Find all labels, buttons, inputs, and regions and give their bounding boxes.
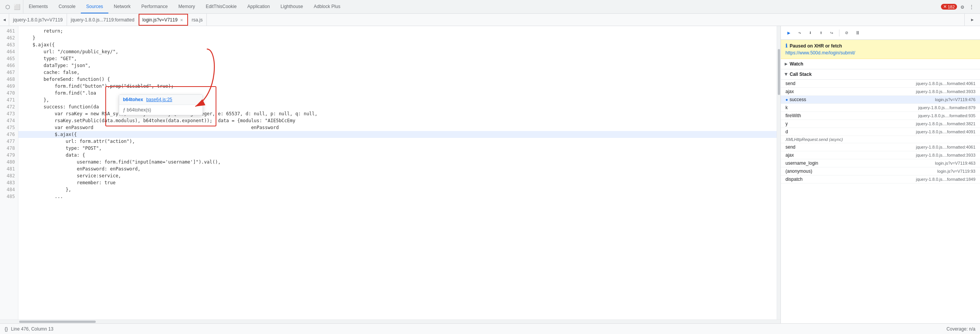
- code-line[interactable]: $.ajax({: [18, 41, 777, 48]
- right-panel-content[interactable]: ℹ Paused on XHR or fetch https://www.500…: [781, 40, 980, 323]
- line-number: 484: [0, 186, 18, 193]
- step-out-button[interactable]: ⬆: [817, 29, 825, 37]
- code-line[interactable]: return;: [18, 28, 777, 34]
- call-stack-item[interactable]: username_loginlogin.js?v=V7119:463: [781, 159, 980, 167]
- code-line[interactable]: data: {: [18, 152, 777, 159]
- code-line[interactable]: type: "POST",: [18, 145, 777, 152]
- code-line[interactable]: },: [18, 186, 777, 193]
- resume-button[interactable]: ▶: [785, 29, 793, 37]
- code-lines[interactable]: return; } $.ajax({ url: "/common/public_…: [18, 26, 777, 319]
- call-stack-item[interactable]: sendjquery-1.8.0.js....formatted:4061: [781, 143, 980, 151]
- code-line[interactable]: enPassword: enPassword,: [18, 165, 777, 172]
- code-line[interactable]: beforeSend: function() {: [18, 76, 777, 83]
- call-stack-item-source: jquery-1.8.0.js....formatted:879: [918, 105, 975, 110]
- call-stack-item-source: jquery-1.8.0.js....formatted:3933: [916, 89, 975, 94]
- paused-title: ℹ Paused on XHR or fetch: [785, 43, 975, 49]
- call-stack-item-name: (anonymous): [785, 169, 812, 174]
- call-stack-item-source: jquery-1.8.0.js....formatted:4061: [916, 81, 975, 86]
- code-line[interactable]: }: [18, 34, 777, 41]
- call-stack-item[interactable]: yjquery-1.8.0.js....formatted:3821: [781, 120, 980, 128]
- tab-performance[interactable]: Performance: [136, 0, 173, 13]
- file-tab-login[interactable]: login.js?v=V7119 ✕: [139, 14, 188, 26]
- code-line[interactable]: url: form.attr("action"),: [18, 138, 777, 145]
- coverage-status: Coverage: n/a: [947, 326, 975, 332]
- more-icon[interactable]: ⋮: [968, 3, 975, 11]
- line-number: 473: [0, 110, 18, 117]
- call-stack-list: sendjquery-1.8.0.js....formatted:4061aja…: [781, 80, 980, 183]
- call-stack-item[interactable]: kjquery-1.8.0.js....formatted:879: [781, 104, 980, 112]
- call-stack-item-name: username_login: [785, 160, 818, 166]
- tab-application[interactable]: Application: [242, 0, 275, 13]
- call-stack-item-source: jquery-1.8.0.js....formatted:1849: [916, 177, 975, 182]
- nav-back-button[interactable]: ◀: [0, 14, 9, 26]
- call-stack-item[interactable]: djquery-1.8.0.js....formatted:4091: [781, 128, 980, 136]
- code-line[interactable]: $.ajax({: [18, 131, 777, 138]
- call-stack-item[interactable]: sendjquery-1.8.0.js....formatted:4061: [781, 80, 980, 88]
- tab-network[interactable]: Network: [108, 0, 136, 13]
- tab-memory[interactable]: Memory: [173, 0, 200, 13]
- call-stack-item[interactable]: ●successlogin.js?v=V7119:476: [781, 96, 980, 104]
- tab-elements[interactable]: Elements: [23, 0, 53, 13]
- call-stack-item[interactable]: ajaxjquery-1.8.0.js....formatted:3933: [781, 151, 980, 159]
- pause-exceptions-button[interactable]: ⏸: [853, 29, 862, 37]
- pretty-print-icon[interactable]: {}: [5, 326, 8, 332]
- tab-lighthouse[interactable]: Lighthouse: [275, 0, 309, 13]
- code-line[interactable]: remember: true: [18, 179, 777, 186]
- line-number: 478: [0, 145, 18, 152]
- line-number: 476: [0, 131, 18, 138]
- file-tab-jquery[interactable]: jquery-1.8.0.js?v=V7119: [9, 14, 67, 26]
- deactivate-breakpoints-button[interactable]: ⊘: [843, 29, 851, 37]
- tooltip-source-link[interactable]: base64.js:25: [146, 97, 172, 102]
- code-line[interactable]: url: "/common/public_key/",: [18, 48, 777, 55]
- line-number: 469: [0, 83, 18, 90]
- call-stack-item-name: ●success: [785, 97, 806, 102]
- call-stack-section-header[interactable]: ▶ Call Stack: [781, 69, 980, 80]
- code-line[interactable]: form.find("button").prop("disabled", tru…: [18, 83, 777, 90]
- call-stack-active-icon: ●: [785, 97, 788, 102]
- code-line[interactable]: type: "GET",: [18, 55, 777, 62]
- vertical-scrollbar[interactable]: [777, 26, 780, 319]
- tab-adblock[interactable]: Adblock Plus: [308, 0, 345, 13]
- call-stack-item[interactable]: dispatchjquery-1.8.0.js....formatted:184…: [781, 175, 980, 183]
- settings-icon[interactable]: ⚙: [959, 3, 966, 11]
- code-line[interactable]: ...: [18, 193, 777, 200]
- file-tab-rsa[interactable]: rsa.js: [188, 14, 207, 26]
- scroll-thumb-h[interactable]: [19, 321, 96, 323]
- call-stack-item-source: login.js?v=V7119:463: [935, 161, 976, 165]
- code-line[interactable]: dataType: "json",: [18, 62, 777, 69]
- debug-separator-1: [839, 29, 839, 36]
- more-tabs-button[interactable]: ▶: [968, 14, 977, 26]
- call-stack-item[interactable]: (anonymous)login.js?v=V7119:93: [781, 167, 980, 175]
- code-line[interactable]: var enPassword enPassword: [18, 124, 777, 131]
- file-tab-login-close[interactable]: ✕: [179, 18, 184, 23]
- tab-sources[interactable]: Sources: [81, 0, 108, 13]
- line-number: 482: [0, 172, 18, 179]
- device-icon[interactable]: ⬜: [13, 3, 21, 11]
- call-stack-triangle-icon: ▶: [784, 73, 788, 76]
- paused-url[interactable]: https://www.500d.me/login/submit/: [785, 50, 975, 56]
- call-stack-item-source: jquery-1.8.0.js....formatted:3821: [916, 121, 975, 126]
- call-stack-item[interactable]: ajaxjquery-1.8.0.js....formatted:3933: [781, 88, 980, 96]
- call-stack-item-name: k: [785, 105, 788, 110]
- inspect-icon[interactable]: ⬡: [4, 3, 11, 11]
- file-tab-jquery-formatted[interactable]: jquery-1.8.0.js...7119:formatted: [67, 14, 139, 26]
- call-stack-item-source: jquery-1.8.0.js....formatted:3933: [916, 153, 975, 157]
- step-over-button[interactable]: ↷: [795, 29, 804, 37]
- code-line[interactable]: rsaKey.setPublic(data.modulus), b64tohex…: [18, 117, 777, 124]
- watch-section-header[interactable]: ▶ Watch: [781, 59, 980, 69]
- tab-editthiscookie[interactable]: EditThisCookie: [200, 0, 242, 13]
- code-line[interactable]: cache: false,: [18, 69, 777, 76]
- call-stack-item[interactable]: fireWithjquery-1.8.0.js....formatted:935: [781, 112, 980, 120]
- code-line[interactable]: service:service,: [18, 172, 777, 179]
- call-stack-item-source: jquery-1.8.0.js....formatted:4061: [916, 145, 975, 149]
- tab-console[interactable]: Console: [53, 0, 81, 13]
- horizontal-scrollbar[interactable]: [0, 319, 780, 323]
- code-line[interactable]: username: form.find("input[name='usernam…: [18, 159, 777, 165]
- step-button[interactable]: ↪: [828, 29, 836, 37]
- call-stack-item-name: fireWith: [785, 113, 801, 118]
- scroll-thumb-v[interactable]: [778, 49, 780, 95]
- menu-tabs: Elements Console Sources Network Perform…: [23, 0, 938, 13]
- menu-bar-icons: ⬡ ⬜: [2, 0, 23, 13]
- call-stack-item-name: send: [785, 81, 795, 86]
- step-into-button[interactable]: ⬇: [806, 29, 815, 37]
